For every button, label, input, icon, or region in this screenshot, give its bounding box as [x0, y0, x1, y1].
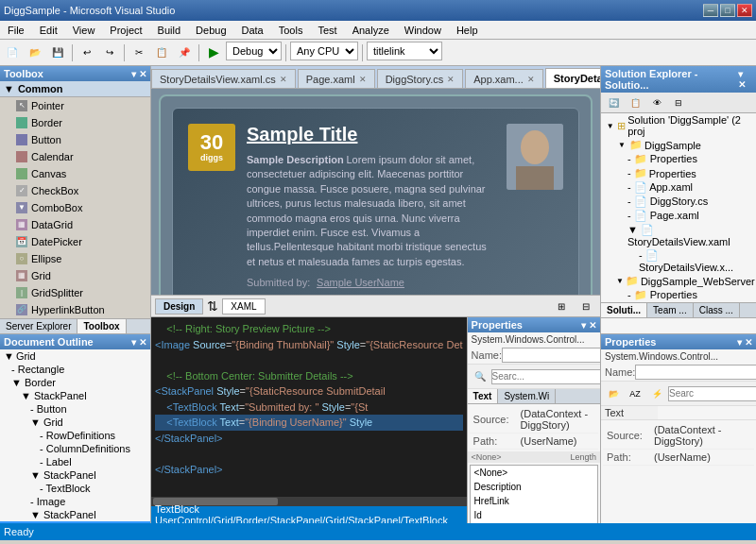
toolbox-canvas[interactable]: Canvas: [0, 165, 150, 182]
outline-textblock2[interactable]: - Re Definitions: [0, 521, 150, 523]
tab-close-2[interactable]: ✕: [447, 75, 455, 84]
props-events-btn[interactable]: ⚡: [646, 383, 667, 404]
server-explorer-tab[interactable]: Server Explorer: [0, 319, 77, 333]
binding-id[interactable]: Id: [471, 508, 597, 522]
tb-new[interactable]: 📄: [2, 42, 23, 62]
outline-rectangle[interactable]: - Rectangle: [0, 363, 150, 376]
design-view-btn[interactable]: Design: [155, 298, 203, 314]
props-right-icons[interactable]: ▾ ✕: [737, 337, 752, 348]
cpu-select[interactable]: Any CPU: [290, 42, 358, 60]
tab-close-1[interactable]: ✕: [359, 75, 367, 84]
collapse-code-btn[interactable]: ⊟: [576, 296, 596, 316]
tb-open[interactable]: 📂: [25, 42, 45, 62]
binding-numdiggs[interactable]: NumDiggs: [471, 522, 597, 523]
menu-project[interactable]: Project: [102, 23, 149, 38]
sol-properties[interactable]: - 📁 Properties: [601, 152, 756, 166]
toolbox-combobox[interactable]: ▼ComboBox: [0, 199, 150, 216]
outline-rowdefs[interactable]: - RowDefinitions: [0, 429, 150, 442]
tb-copy[interactable]: 📋: [151, 42, 172, 62]
tb-save[interactable]: 💾: [47, 42, 68, 62]
project-webserver[interactable]: ▼ 📁 DiggSample_WebServer: [601, 274, 756, 288]
tb-start[interactable]: ▶: [203, 42, 224, 62]
outline-coldefs[interactable]: - ColumnDefinitions: [0, 442, 150, 455]
toolbox-hyperlinkbutton[interactable]: 🔗HyperlinkButton: [0, 301, 150, 318]
solution-root[interactable]: ▼ ⊞ Solution 'DiggSample' (2 proj: [601, 113, 756, 138]
tab-close-0[interactable]: ✕: [280, 75, 287, 84]
toolbox-pointer[interactable]: ↖Pointer: [0, 97, 150, 114]
menu-tools[interactable]: Tools: [271, 23, 311, 38]
props-panel-icons[interactable]: ▾ ✕: [581, 320, 596, 331]
binding-hreflink[interactable]: HrefLink: [471, 494, 597, 508]
toolbox-button[interactable]: Button: [0, 131, 150, 148]
tab-page[interactable]: Page.xaml ✕: [298, 69, 375, 88]
toolbox-section-common[interactable]: ▼ Common: [0, 81, 150, 97]
tab-syswi[interactable]: System.Wi: [498, 389, 556, 403]
menu-data[interactable]: Data: [234, 23, 271, 38]
outline-grid[interactable]: ▼ Grid: [0, 349, 150, 363]
binding-none[interactable]: <None>: [471, 466, 597, 480]
sol-props-btn[interactable]: 📋: [625, 93, 645, 113]
sol-refresh-btn[interactable]: 🔄: [603, 93, 624, 113]
xaml-view-btn[interactable]: XAML: [222, 298, 265, 314]
sol-tab[interactable]: Soluti...: [601, 303, 647, 317]
sol-pagexaml[interactable]: - 📄 Page.xaml: [601, 209, 756, 223]
tab-storydetscs[interactable]: StoryDetailsView.xaml.cs ✕: [151, 69, 296, 88]
props-alpha-btn[interactable]: AZ: [625, 383, 645, 404]
sol-storydetailsviewx[interactable]: - 📄 StoryDetailsView.x...: [601, 248, 756, 274]
maximize-button[interactable]: □: [720, 4, 735, 17]
toolbox-gridsplitter[interactable]: |GridSplitter: [0, 284, 150, 301]
menu-build[interactable]: Build: [150, 23, 188, 38]
menu-debug[interactable]: Debug: [188, 23, 233, 38]
toolbox-panel-icons[interactable]: ▾ ✕: [131, 69, 146, 79]
xaml-code-editor[interactable]: <!-- Right: Story Preview Picture --> <I…: [151, 317, 467, 497]
outline-button[interactable]: - Button: [0, 402, 150, 416]
tab-close-3[interactable]: ✕: [527, 75, 535, 84]
doc-outline-icons[interactable]: ▾ ✕: [131, 337, 146, 348]
sol-references[interactable]: - 📁 Properties: [601, 166, 756, 180]
tab-app[interactable]: App.xam... ✕: [465, 69, 543, 88]
team-tab[interactable]: Team ...: [647, 303, 694, 317]
tab-text[interactable]: Text: [468, 389, 499, 403]
toolbox-tab[interactable]: Toolbox: [77, 319, 126, 333]
debug-config-select[interactable]: Debug: [226, 42, 282, 60]
props-right-search[interactable]: [668, 386, 756, 401]
menu-analyze[interactable]: Analyze: [345, 23, 397, 38]
tab-diggstory[interactable]: DiggStory.cs ✕: [377, 69, 464, 88]
toolbox-grid[interactable]: ▦Grid: [0, 267, 150, 284]
menu-test[interactable]: Test: [310, 23, 344, 38]
props-search-input[interactable]: [491, 369, 600, 384]
menu-window[interactable]: Window: [397, 23, 449, 38]
binding-member-list[interactable]: <None> Description HrefLink Id NumDiggs …: [470, 465, 598, 523]
prop-text-value[interactable]: [658, 406, 756, 420]
outline-stackpanel3[interactable]: ▼ StackPanel: [0, 508, 150, 521]
class-tab[interactable]: Class ...: [694, 303, 740, 317]
toolbox-datagrid[interactable]: ▦DataGrid: [0, 216, 150, 233]
toolbox-calendar[interactable]: Calendar: [0, 148, 150, 165]
tb-undo[interactable]: ↩: [77, 42, 97, 62]
sol-storydetailsview[interactable]: ▼ 📄 StoryDetailsView.xaml: [601, 223, 756, 248]
sol-show-btn[interactable]: 👁: [646, 93, 667, 113]
menu-help[interactable]: Help: [449, 23, 486, 38]
minimize-button[interactable]: ─: [703, 4, 718, 17]
props-cats-btn[interactable]: 📂: [603, 383, 624, 404]
sol-appxaml[interactable]: - 📄 App.xaml: [601, 180, 756, 195]
outline-border[interactable]: ▼ Border: [0, 376, 150, 389]
toolbox-ellipse[interactable]: ○Ellipse: [0, 250, 150, 267]
sol-collapse-btn[interactable]: ⊟: [668, 93, 689, 113]
outline-label[interactable]: - Label: [0, 455, 150, 468]
solution-panel-icons[interactable]: ▾ ✕: [738, 69, 752, 90]
menu-file[interactable]: File: [0, 23, 32, 38]
tb-paste[interactable]: 📌: [174, 42, 195, 62]
outline-image[interactable]: - Image: [0, 495, 150, 508]
prop-text-input[interactable]: [662, 408, 752, 418]
toolbox-checkbox[interactable]: ✓CheckBox: [0, 182, 150, 199]
outline-stackpanel2[interactable]: ▼ StackPanel: [0, 468, 150, 482]
props-search-btn[interactable]: 🔍: [470, 366, 490, 387]
toolbox-datepicker[interactable]: 📅DatePicker: [0, 233, 150, 250]
outline-stackpanel1[interactable]: ▼ StackPanel: [0, 389, 150, 402]
outline-textblock1[interactable]: - TextBlock: [0, 482, 150, 495]
close-button[interactable]: ✕: [737, 4, 752, 17]
project-diggsample[interactable]: ▼ 📁 DiggSample: [601, 138, 756, 152]
outline-grid2[interactable]: ▼ Grid: [0, 416, 150, 429]
props-name-input[interactable]: [635, 365, 756, 380]
